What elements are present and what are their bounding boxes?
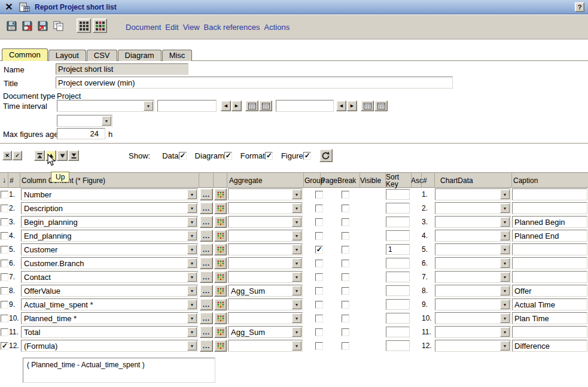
grid-tool-button-2[interactable] [93,19,107,33]
aggregate-select[interactable]: ▼ [228,243,303,255]
pagebreak-checkbox[interactable] [342,342,349,350]
pagebreak-checkbox[interactable] [342,301,349,309]
show-figure-checkbox[interactable] [303,152,311,160]
pagebreak-checkbox[interactable] [342,218,349,226]
group-checkbox[interactable] [315,260,323,267]
row-select-checkbox[interactable] [1,191,8,199]
time-from-prev-button[interactable]: ◀ [221,100,231,111]
ellipsis-button[interactable]: ... [200,326,213,338]
row-select-checkbox[interactable] [1,246,8,254]
chartdata-select[interactable]: ▼ [435,340,511,352]
sort-key-input[interactable] [386,313,410,324]
uncheck-all-button[interactable]: ✕ [2,151,12,160]
chevron-down-icon[interactable]: ▼ [292,190,301,199]
chevron-down-icon[interactable]: ▼ [187,245,197,254]
time-interval-type-select[interactable]: ▼ [57,100,154,112]
tab-layout[interactable]: Layout [48,50,86,61]
group-checkbox[interactable] [315,232,323,240]
column-content-select[interactable]: OfferValue ▼ [21,285,198,297]
time-to-calendar-button-1[interactable] [361,100,374,111]
row-select-checkbox[interactable] [1,287,8,295]
caption-input[interactable] [512,230,587,242]
sort-key-input[interactable] [386,189,410,200]
row-select-checkbox[interactable] [1,328,8,336]
column-content-select[interactable]: Planned_time * ▼ [21,312,198,324]
chartdata-select[interactable]: ▼ [435,216,511,228]
chartdata-select[interactable]: ▼ [435,326,511,338]
chevron-down-icon[interactable]: ▼ [292,272,301,282]
ellipsis-button[interactable]: ... [200,271,213,283]
column-content-select[interactable]: Customer ▼ [21,243,198,255]
chevron-down-icon[interactable]: ▼ [500,217,510,227]
chevron-down-icon[interactable]: ▼ [187,300,197,309]
group-checkbox[interactable] [315,328,323,336]
color-grid-button[interactable] [214,298,227,310]
save-button[interactable] [4,18,19,33]
tab-common[interactable]: Common [2,48,48,61]
column-content-select[interactable]: End_planning ▼ [21,230,198,242]
caption-input[interactable] [512,271,587,283]
chevron-down-icon[interactable]: ▼ [500,313,510,323]
chartdata-select[interactable]: ▼ [435,188,511,200]
aggregate-select[interactable]: ▼ [228,298,303,310]
chevron-down-icon[interactable]: ▼ [292,203,301,213]
chevron-down-icon[interactable]: ▼ [187,203,197,213]
chartdata-select[interactable]: ▼ [435,271,511,283]
row-select-checkbox[interactable] [1,342,8,350]
chevron-down-icon[interactable]: ▼ [292,217,301,227]
chevron-down-icon[interactable]: ▼ [187,286,197,295]
check-all-button[interactable]: ✓ [13,151,22,160]
group-checkbox[interactable] [315,301,323,309]
title-input[interactable] [56,77,453,89]
row-select-checkbox[interactable] [1,205,8,212]
column-content-select[interactable]: Contact ▼ [21,271,198,283]
ellipsis-button[interactable]: ... [200,312,213,324]
caption-input[interactable] [512,257,587,269]
aggregate-select[interactable]: ▼ [228,257,303,269]
help-button[interactable]: ? [575,2,584,12]
save-delete-button[interactable] [20,18,34,33]
formula-box[interactable]: ( Planned_time - Actual_time_spent ) [23,358,215,383]
row-select-checkbox[interactable] [1,218,8,226]
column-content-select[interactable]: Actual_time_spent * ▼ [21,298,198,310]
chevron-down-icon[interactable]: ▼ [292,341,301,351]
sort-key-input[interactable] [386,272,410,282]
row-select-checkbox[interactable] [1,232,8,240]
group-checkbox[interactable] [315,191,323,199]
aggregate-select[interactable]: ▼ [228,271,303,283]
caption-input[interactable] [512,243,587,255]
menu-edit[interactable]: Edit [165,23,178,32]
chartdata-select[interactable]: ▼ [435,298,511,310]
column-content-select[interactable]: Number ▼ [21,188,198,200]
sort-arrow-icon[interactable]: ↓ [2,175,7,185]
group-checkbox[interactable] [315,342,323,350]
chevron-down-icon[interactable]: ▼ [500,286,510,295]
menu-actions[interactable]: Actions [264,23,290,32]
row-select-checkbox[interactable] [1,315,8,322]
group-checkbox[interactable] [315,273,323,281]
chartdata-select[interactable]: ▼ [435,230,511,242]
color-grid-button[interactable] [214,326,227,338]
caption-input[interactable] [512,188,587,200]
pagebreak-checkbox[interactable] [342,191,349,199]
group-checkbox[interactable] [315,315,323,322]
pagebreak-checkbox[interactable] [342,232,349,240]
aggregate-select[interactable]: Agg_Sum ▼ [228,326,303,338]
time-unit-select[interactable]: ▼ [57,115,112,127]
color-grid-button[interactable] [214,257,227,269]
column-content-select[interactable]: Description ▼ [21,202,198,214]
caption-input[interactable] [512,312,587,324]
chartdata-select[interactable]: ▼ [435,243,511,255]
aggregate-select[interactable]: ▼ [228,340,303,352]
color-grid-button[interactable] [214,340,227,352]
sort-key-input[interactable] [386,299,410,310]
row-select-checkbox[interactable] [1,260,8,267]
time-from-calendar-button-2[interactable] [259,100,272,111]
name-input[interactable] [56,63,188,75]
chevron-down-icon[interactable]: ▼ [292,245,301,254]
show-data-checkbox[interactable] [179,152,187,160]
pagebreak-checkbox[interactable] [342,205,349,212]
chevron-down-icon[interactable]: ▼ [102,116,111,126]
refresh-button[interactable] [319,149,333,162]
sort-key-input[interactable] [386,230,410,241]
